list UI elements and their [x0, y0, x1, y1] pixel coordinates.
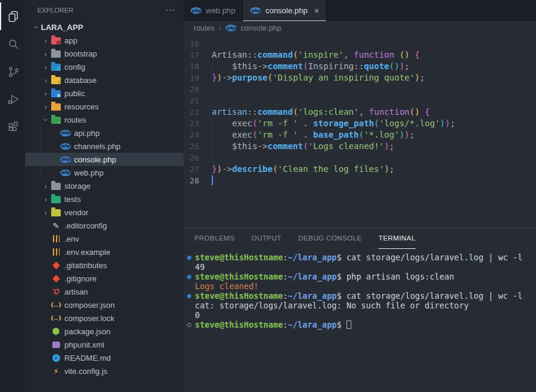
code-line-26: 26 [183, 152, 536, 164]
breadcrumb: routes › php console.php [183, 21, 536, 35]
close-icon[interactable]: × [314, 6, 319, 16]
tree-item-channels-php[interactable]: phpchannels.php [25, 139, 183, 153]
tree-item-storage[interactable]: ›storage [25, 179, 183, 192]
explorer-title: EXPLORER [37, 7, 73, 14]
tree-item-phpunit-xml[interactable]: phpunit.xml [25, 338, 183, 351]
tree-item-label: .gitattributes [64, 261, 107, 270]
code-line-16: 16 [183, 38, 536, 49]
breadcrumb-file[interactable]: console.php [241, 24, 281, 32]
tree-item-vendor[interactable]: ›vendor [25, 206, 183, 219]
tree-item-public[interactable]: ›◉public [25, 87, 183, 100]
tree-item-api-php[interactable]: phpapi.php [25, 126, 183, 139]
tree-item-label: bootstrap [64, 49, 97, 58]
tree-item--gitignore[interactable]: .gitignore [25, 272, 183, 285]
terminal-text: Logs cleaned! [195, 281, 259, 291]
panel-tab-terminal[interactable]: TERMINAL [378, 228, 415, 249]
chevron-right-icon[interactable]: › [41, 195, 51, 204]
panel-tab-debug-console[interactable]: DEBUG CONSOLE [298, 228, 362, 249]
tree-item-label: config [64, 63, 85, 72]
panel-tab-output[interactable]: OUTPUT [251, 228, 282, 249]
tree-item-readme-md[interactable]: iREADME.md [25, 351, 183, 364]
chevron-right-icon[interactable]: › [41, 36, 51, 45]
tab-console-php[interactable]: phpconsole.php× [243, 0, 327, 21]
tree-item-web-php[interactable]: phpweb.php [25, 166, 183, 179]
tree-item-bootstrap[interactable]: ›bootstrap [25, 47, 183, 60]
tree-item-vite-config-js[interactable]: ⚡vite.config.js [25, 364, 183, 378]
indent-guide [41, 153, 42, 166]
chevron-right-icon[interactable]: › [41, 63, 51, 72]
code-line-21: 21 [183, 95, 536, 106]
php-icon: php [60, 130, 71, 136]
folder-icon [51, 182, 61, 190]
code-line-19: 19})->purpose('Display an inspiring quot… [183, 72, 536, 84]
tree-item--editorconfig[interactable]: ✎.editorconfig [25, 219, 183, 232]
folder-icon: ≡ [51, 76, 61, 84]
tree-item-config[interactable]: ›⚙config [25, 60, 183, 73]
tree-item-composer-json[interactable]: {..}composer.json [25, 298, 183, 311]
chevron-right-icon[interactable]: › [41, 208, 51, 217]
code-editor[interactable]: 1617Artisan::command('inspire', function… [183, 35, 536, 227]
pencil-icon: ✎ [51, 222, 61, 230]
activitybar-source-control-icon[interactable] [0, 58, 25, 85]
activity-bar [0, 0, 25, 392]
tree-item-label: api.php [74, 129, 100, 138]
tree-item--env-example[interactable]: .env.example [25, 245, 183, 259]
tree-item-label: routes [64, 115, 86, 124]
tree-item-label: vendor [64, 208, 88, 217]
tree-item-package-json[interactable]: package.json [25, 325, 183, 338]
bullet-spacer [187, 301, 195, 310]
tree-item-label: .editorconfig [64, 221, 107, 230]
folder-icon [51, 102, 61, 111]
chevron-down-icon[interactable]: › [42, 115, 51, 124]
tree-item--env[interactable]: .env [25, 232, 183, 245]
tree-item-label: composer.lock [64, 314, 114, 323]
tree-item-composer-lock[interactable]: {..}composer.lock [25, 311, 183, 325]
activitybar-run-debug-icon[interactable] [0, 85, 25, 113]
tree-item-label: .env.example [64, 248, 110, 257]
code-text [212, 175, 213, 186]
terminal-row: 49 [187, 262, 536, 272]
tab-label: console.php [265, 6, 307, 15]
code-line-24: 24 exec('rm -f ' . base_path('*.log')); [183, 129, 536, 141]
more-actions-icon[interactable]: ⋯ [165, 7, 175, 13]
tree-root[interactable]: ›LARA_APP [25, 20, 183, 34]
code-line-20: 20 [183, 84, 536, 95]
breadcrumb-folder[interactable]: routes [194, 24, 215, 32]
bolt-icon: ⚡ [51, 367, 61, 375]
chevron-right-icon[interactable]: › [41, 49, 51, 58]
terminal-row: steve@thisHostname:~/lara_app$ php artis… [187, 272, 536, 281]
terminal-text: steve@thisHostname:~/lara_app$ php artis… [195, 272, 454, 281]
code-text: $this->comment(Inspiring::quote()); [212, 61, 410, 72]
tree-item-label: composer.json [64, 301, 115, 310]
tree-item-artisan[interactable]: artisan [25, 285, 183, 298]
line-number: 24 [183, 129, 212, 141]
line-number: 26 [183, 152, 212, 164]
tree-item-app[interactable]: ›▦app [25, 34, 183, 47]
chevron-right-icon[interactable]: › [41, 76, 51, 85]
code-text: exec('rm -f ' . storage_path('logs/*.log… [212, 118, 455, 129]
activitybar-search-icon[interactable] [0, 30, 25, 58]
chevron-right-icon[interactable]: › [41, 102, 51, 111]
line-number: 25 [183, 141, 212, 152]
tree-item--gitattributes[interactable]: .gitattributes [25, 259, 183, 272]
tree-item-database[interactable]: ›≡database [25, 73, 183, 87]
tab-web-php[interactable]: phpweb.php [183, 0, 243, 21]
terminal-row: cat: storage/logs/laravel.log: No such f… [187, 301, 536, 310]
line-number: 19 [183, 72, 212, 84]
chevron-right-icon[interactable]: › [41, 182, 51, 191]
code-line-22: 22artisan::command('logs:clean', functio… [183, 106, 536, 118]
chevron-right-icon[interactable]: › [41, 89, 51, 98]
activitybar-extensions-icon[interactable] [0, 113, 25, 141]
panel-tab-problems[interactable]: PROBLEMS [194, 228, 235, 249]
folder-icon: ⚙ [51, 63, 61, 71]
tree-item-console-php[interactable]: phpconsole.php [25, 153, 183, 166]
tree-item-tests[interactable]: ›tests [25, 192, 183, 206]
tree-item-resources[interactable]: ›resources [25, 100, 183, 113]
terminal[interactable]: steve@thisHostname:~/lara_app$ cat stora… [183, 249, 536, 392]
tree-item-label: README.md [64, 354, 111, 363]
tree-item-routes[interactable]: ›→routes [25, 113, 183, 126]
terminal-text: steve@thisHostname:~/lara_app$ [195, 320, 351, 329]
activitybar-explorer-icon[interactable] [0, 2, 25, 30]
command-status-icon [187, 253, 195, 262]
php-icon: php [60, 170, 71, 176]
